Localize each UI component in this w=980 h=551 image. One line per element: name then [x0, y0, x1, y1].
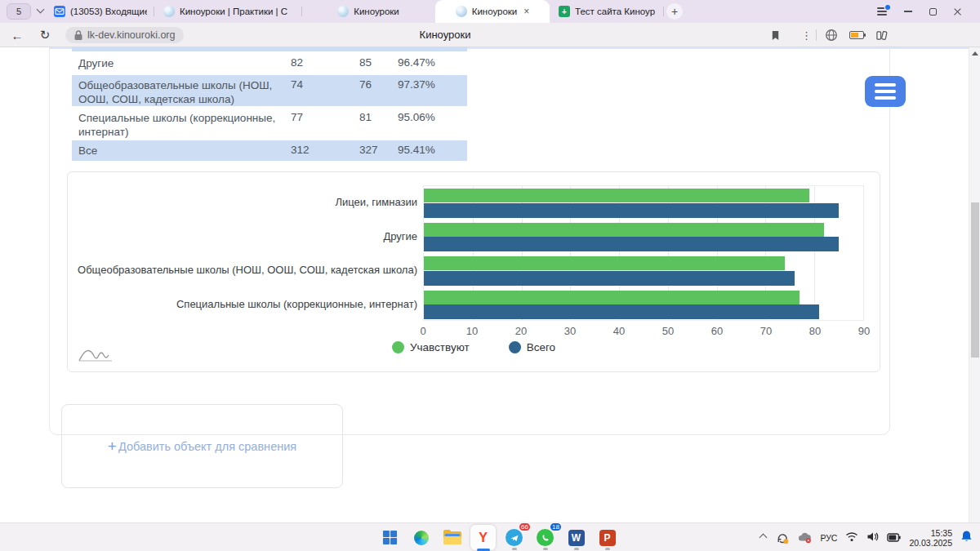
bar-participating — [424, 189, 809, 202]
row-value-percent: 97.37% — [398, 78, 435, 91]
row-label: Все — [78, 144, 286, 158]
battery-saver-extension-button[interactable] — [849, 29, 864, 42]
whatsapp-badge: 18 — [549, 522, 563, 532]
minimize-button[interactable] — [898, 0, 918, 23]
legend-label: Учавствуют — [410, 341, 470, 353]
powerpoint-button[interactable]: P — [595, 525, 620, 550]
chart-watermark-icon — [78, 345, 115, 363]
new-tab-button[interactable]: + — [666, 3, 683, 20]
collections-icon — [875, 29, 888, 42]
tabs-dropdown-icon[interactable] — [37, 6, 45, 14]
tab-test-site[interactable]: + Тест сайта Киноуроки - G — [552, 0, 662, 23]
minimize-icon — [904, 11, 912, 12]
row-value-participating: 82 — [291, 56, 303, 69]
tab-title: (13053) Входящие — Рам — [70, 7, 147, 16]
word-icon: W — [568, 530, 585, 546]
tab-kinouroki-praktiki[interactable]: Киноуроки | Практики | С — [157, 0, 301, 23]
tab-count-button[interactable]: 5 — [7, 3, 31, 20]
legend-item-participating[interactable]: Учавствуют — [392, 341, 470, 353]
bookmark-button[interactable] — [770, 29, 781, 42]
row-value-participating: 77 — [291, 111, 303, 123]
volume-icon[interactable] — [866, 531, 879, 545]
plus-icon: + — [108, 438, 117, 455]
x-tick-label: 60 — [711, 325, 723, 337]
row-value-total: 81 — [359, 111, 372, 123]
row-value-percent: 95.41% — [398, 144, 435, 156]
telegram-badge: 66 — [518, 522, 532, 532]
add-comparison-card[interactable]: + Добавить объект для сравнения — [61, 404, 343, 488]
mail-icon — [54, 6, 65, 17]
more-icon: ⋮ — [801, 29, 812, 42]
tab-inbox[interactable]: (13053) Входящие — Рам — [47, 0, 154, 23]
close-window-button[interactable] — [947, 0, 967, 23]
bar-group — [424, 220, 863, 255]
row-value-total: 85 — [359, 56, 372, 69]
category-label: Лицеи, гимназии — [68, 185, 421, 220]
page-title: Киноуроки — [0, 29, 890, 41]
row-value-percent: 96.47% — [398, 56, 435, 69]
notification-dot — [885, 5, 890, 10]
x-tick-label: 20 — [515, 325, 527, 337]
windows-icon — [382, 530, 398, 545]
extensions-more-button[interactable]: ⋮ — [801, 29, 812, 42]
row-value-percent: 95.06% — [398, 111, 435, 123]
table-row: Другие 82 85 96.47% — [72, 53, 467, 73]
bar-participating — [424, 256, 785, 270]
bar-total — [424, 203, 839, 218]
folder-icon — [443, 531, 461, 544]
battery-icon[interactable] — [887, 531, 901, 545]
browser-menu-button[interactable] — [872, 0, 892, 23]
system-tray: РУС 15:35 20.03.2025 — [760, 523, 973, 551]
downloads-button[interactable]: 2 — [900, 29, 980, 42]
word-button[interactable]: W — [564, 525, 589, 550]
wifi-icon[interactable] — [845, 531, 858, 545]
browser-tab-bar: 5 (13053) Входящие — Рам Киноуроки | Пра… — [0, 0, 980, 23]
close-icon — [953, 7, 962, 16]
start-button[interactable] — [377, 525, 403, 550]
table-row-partial — [72, 47, 467, 51]
tab-kinouroki-2[interactable]: Киноуроки — [304, 0, 433, 23]
x-tick-label: 10 — [466, 325, 478, 337]
language-indicator[interactable]: РУС — [820, 533, 837, 543]
tab-kinouroki-active[interactable]: Киноуроки × — [435, 0, 550, 23]
bar-group — [424, 288, 863, 322]
sheets-icon: + — [559, 6, 570, 17]
restore-button[interactable] — [923, 0, 942, 23]
cloud-tray-icon[interactable] — [797, 531, 812, 544]
floating-menu-button[interactable] — [865, 76, 906, 107]
telegram-button[interactable]: 66 — [501, 525, 527, 550]
close-tab-icon[interactable]: × — [523, 6, 529, 17]
x-axis-ticks: 0102030405060708090 — [423, 325, 864, 338]
tab-title: Киноуроки — [354, 7, 399, 16]
legend-item-total[interactable]: Всего — [509, 341, 555, 353]
tab-separator — [154, 7, 154, 16]
notification-bell-icon[interactable] — [960, 530, 973, 546]
translate-button[interactable] — [825, 29, 838, 42]
tab-separator — [663, 7, 664, 16]
bar-total — [424, 271, 795, 286]
row-label: Специальные школы (коррекционные, интерн… — [78, 111, 286, 139]
whatsapp-button[interactable]: 18 — [532, 525, 558, 550]
tray-expand-icon[interactable] — [760, 534, 768, 542]
sync-tray-icon[interactable] — [776, 531, 789, 544]
table-row: Все 312 327 95.41% — [72, 140, 467, 161]
taskbar-clock[interactable]: 15:35 20.03.2025 — [909, 528, 952, 548]
bar-group — [424, 254, 863, 288]
row-value-participating: 312 — [291, 144, 310, 156]
file-explorer-button[interactable] — [439, 525, 465, 550]
table-row: Специальные школы (коррекционные, интерн… — [72, 108, 467, 140]
collections-button[interactable] — [875, 29, 888, 42]
bar-group — [424, 186, 863, 220]
tab-title: Киноуроки — [472, 7, 518, 16]
edge-button[interactable] — [408, 525, 434, 550]
page-scrollbar[interactable] — [969, 47, 980, 522]
legend-dot-blue — [509, 341, 521, 353]
globe-favicon — [456, 6, 467, 17]
yandex-browser-button[interactable]: Y — [470, 525, 496, 550]
x-tick-label: 30 — [564, 325, 576, 337]
scrollbar-up-icon[interactable] — [972, 51, 978, 56]
category-label: Другие — [68, 220, 421, 254]
globe-favicon — [163, 6, 175, 17]
scrollbar-thumb[interactable] — [971, 202, 979, 358]
bar-participating — [424, 223, 824, 237]
